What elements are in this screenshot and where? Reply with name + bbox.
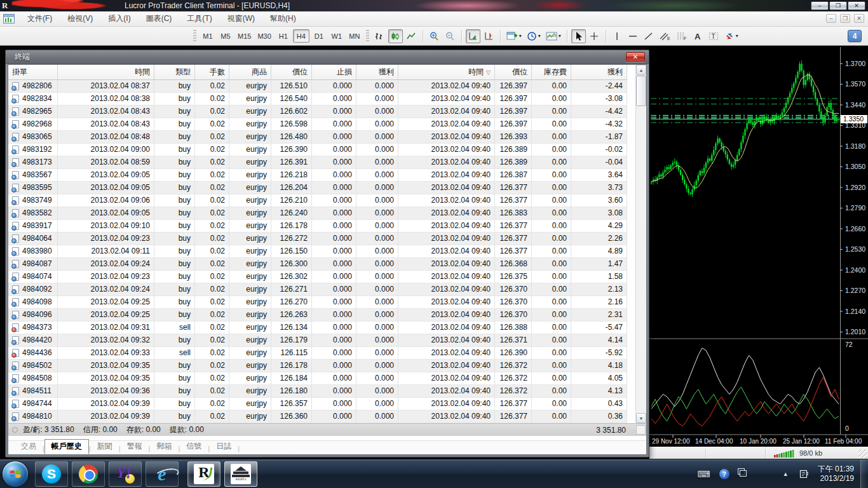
timeframe-m1[interactable]: M1 xyxy=(200,29,216,43)
column-header[interactable]: 商品 xyxy=(229,65,271,79)
timeframe-mn[interactable]: MN xyxy=(346,29,363,43)
tab-交易[interactable]: 交易 xyxy=(15,440,43,454)
table-row[interactable]: 49845022013.02.04 09:35buy0.02eurjpy126.… xyxy=(8,360,627,372)
resize-grip[interactable] xyxy=(858,449,867,458)
taskbar-app-aaafx[interactable]: AAAFx xyxy=(224,461,257,487)
scroll-up-icon[interactable]: ▲ xyxy=(636,65,646,75)
show-desktop-button[interactable] xyxy=(860,459,868,488)
menu-item[interactable]: 文件(F) xyxy=(20,11,60,26)
table-row[interactable]: 49844202013.02.04 09:32buy0.02eurjpy126.… xyxy=(8,334,627,347)
scrollbar-thumb[interactable] xyxy=(636,76,646,106)
menu-item[interactable]: 視窗(W) xyxy=(220,11,262,26)
start-button[interactable] xyxy=(3,461,28,487)
tab-信號[interactable]: 信號 xyxy=(180,440,208,454)
table-row[interactable]: 49831732013.02.04 08:59buy0.02eurjpy126.… xyxy=(8,156,627,169)
show-hidden-icons[interactable]: ▲ xyxy=(783,471,789,477)
table-row[interactable]: 49840982013.02.04 09:25buy0.02eurjpy126.… xyxy=(8,296,627,309)
trendline-icon[interactable] xyxy=(642,29,656,43)
periods-icon[interactable]: ▾ xyxy=(525,29,543,43)
maximize-button[interactable]: ❐ xyxy=(829,1,847,10)
taskbar-app-protrader[interactable]: R xyxy=(187,461,220,487)
vertical-line-icon[interactable] xyxy=(610,29,625,43)
timeframe-m5[interactable]: M5 xyxy=(217,29,234,43)
timeframe-m30[interactable]: M30 xyxy=(255,29,273,43)
table-row[interactable]: 49829652013.02.04 08:43buy0.02eurjpy126.… xyxy=(8,105,627,118)
table-row[interactable]: 49840922013.02.04 09:24buy0.02eurjpy126.… xyxy=(8,283,627,296)
taskbar-app-chrome[interactable] xyxy=(72,461,105,487)
zoom-out-icon[interactable] xyxy=(443,29,458,43)
keyboard-tray-icon[interactable]: ⌨ xyxy=(697,469,710,479)
menu-item[interactable]: 檢視(V) xyxy=(60,11,100,26)
taskbar-clock[interactable]: 下午 01:39 2013/2/19 xyxy=(818,464,854,484)
table-row[interactable]: 49829682013.02.04 08:43buy0.02eurjpy126.… xyxy=(8,118,627,131)
timeframe-w1[interactable]: W1 xyxy=(329,29,345,43)
child-close-button[interactable]: ✕ xyxy=(854,14,864,23)
scroll-down-icon[interactable]: ▼ xyxy=(636,413,646,423)
tab-警報[interactable]: 警報 xyxy=(121,440,149,454)
toolbar-grip[interactable] xyxy=(193,30,196,43)
table-row[interactable]: 49839172013.02.04 09:10buy0.02eurjpy126.… xyxy=(8,220,627,233)
table-row[interactable]: 49840962013.02.04 09:25buy0.02eurjpy126.… xyxy=(8,309,627,322)
menu-item[interactable]: 插入(I) xyxy=(100,11,138,26)
menu-item[interactable]: 工具(T) xyxy=(179,11,219,26)
column-header[interactable]: 價位 xyxy=(495,65,532,79)
menu-item[interactable]: 圖表(C) xyxy=(139,11,180,26)
terminal-close-button[interactable]: ✕ xyxy=(626,52,645,62)
column-header[interactable]: 類型 xyxy=(154,65,195,79)
table-row[interactable]: 49830652013.02.04 08:48buy0.02eurjpy126.… xyxy=(8,131,627,144)
horizontal-line-icon[interactable] xyxy=(626,29,641,43)
table-row[interactable]: 49837492013.02.04 09:06buy0.02eurjpy126.… xyxy=(8,194,627,207)
table-row[interactable]: 49835672013.02.04 09:05buy0.02eurjpy126.… xyxy=(8,169,627,182)
bar-chart-icon[interactable] xyxy=(372,29,387,43)
timeframe-h4[interactable]: H4 xyxy=(293,29,309,43)
table-row[interactable]: 49845082013.02.04 09:35buy0.02eurjpy126.… xyxy=(8,372,627,385)
column-header[interactable]: 獲利 xyxy=(571,65,627,79)
timeframe-h1[interactable]: H1 xyxy=(275,29,292,43)
templates-icon[interactable]: ▾ xyxy=(544,29,563,43)
text-label-icon[interactable]: T xyxy=(707,29,721,43)
tab-新聞[interactable]: 新聞 xyxy=(91,440,119,454)
table-row[interactable]: 49840642013.02.04 09:23buy0.02eurjpy126.… xyxy=(8,233,627,245)
column-header[interactable]: 價位 xyxy=(271,65,312,79)
arrows-icon[interactable]: ▾ xyxy=(722,29,740,43)
close-button[interactable]: ✕ xyxy=(848,1,865,10)
column-header[interactable]: 止損 xyxy=(312,65,356,79)
line-chart-icon[interactable] xyxy=(404,29,419,43)
taskbar-app-yahoo-messenger[interactable]: Y! xyxy=(109,461,142,487)
tab-郵箱[interactable]: 郵箱 xyxy=(150,440,178,454)
table-row[interactable]: 49835952013.02.04 09:05buy0.02eurjpy126.… xyxy=(8,182,627,194)
table-row[interactable]: 49831922013.02.04 09:00buy0.02eurjpy126.… xyxy=(8,144,627,156)
column-header[interactable]: 掛單 xyxy=(8,65,58,79)
column-header[interactable]: 時間▽ xyxy=(398,65,495,79)
column-header[interactable]: 獲利 xyxy=(356,65,398,79)
taskbar-app-internet-explorer[interactable]: e xyxy=(146,461,179,487)
table-row[interactable]: 49843732013.02.04 09:31sell0.02eurjpy126… xyxy=(8,322,627,334)
minimize-button[interactable]: – xyxy=(811,1,829,10)
table-row[interactable]: 49839802013.02.04 09:11buy0.02eurjpy126.… xyxy=(8,245,627,258)
table-row[interactable]: 49847442013.02.04 09:39buy0.02eurjpy126.… xyxy=(8,398,627,410)
table-row[interactable]: 49828062013.02.04 08:37buy0.02eurjpy126.… xyxy=(8,80,627,93)
table-row[interactable]: 49848102013.02.04 09:39buy0.02eurjpy126.… xyxy=(8,410,627,423)
zoom-in-icon[interactable] xyxy=(427,29,442,43)
candlestick-icon[interactable] xyxy=(388,29,403,43)
tab-帳戶歷史[interactable]: 帳戶歷史 xyxy=(44,439,89,454)
tab-日誌[interactable]: 日誌 xyxy=(210,440,238,454)
column-header[interactable]: 手數 xyxy=(195,65,229,79)
menu-item[interactable]: 幫助(H) xyxy=(262,11,304,26)
toolbar-grip[interactable] xyxy=(366,30,369,43)
fibonacci-icon[interactable]: F xyxy=(674,29,689,43)
text-icon[interactable]: A xyxy=(691,29,705,43)
table-row[interactable]: 49840742013.02.04 09:23buy0.02eurjpy126.… xyxy=(8,271,627,283)
taskbar-app-skype[interactable]: S xyxy=(35,461,68,487)
child-maximize-button[interactable]: ❐ xyxy=(840,14,850,23)
timeframe-d1[interactable]: D1 xyxy=(311,29,327,43)
table-row[interactable]: 49828342013.02.04 08:38buy0.02eurjpy126.… xyxy=(8,93,627,105)
help-tray-icon[interactable]: ? xyxy=(719,469,729,479)
table-row[interactable]: 49845112013.02.04 09:36buy0.02eurjpy126.… xyxy=(8,385,627,398)
timeframe-m15[interactable]: M15 xyxy=(235,29,254,43)
comment-badge-icon[interactable]: 4 xyxy=(848,30,862,42)
price-chart[interactable]: 1.37001.35701.34401.33101.31801.30501.29… xyxy=(649,46,868,447)
table-row[interactable]: 49840872013.02.04 09:24buy0.02eurjpy126.… xyxy=(8,258,627,271)
cursor-icon[interactable] xyxy=(571,29,586,43)
table-row[interactable]: 49844362013.02.04 09:33sell0.02eurjpy126… xyxy=(8,347,627,360)
